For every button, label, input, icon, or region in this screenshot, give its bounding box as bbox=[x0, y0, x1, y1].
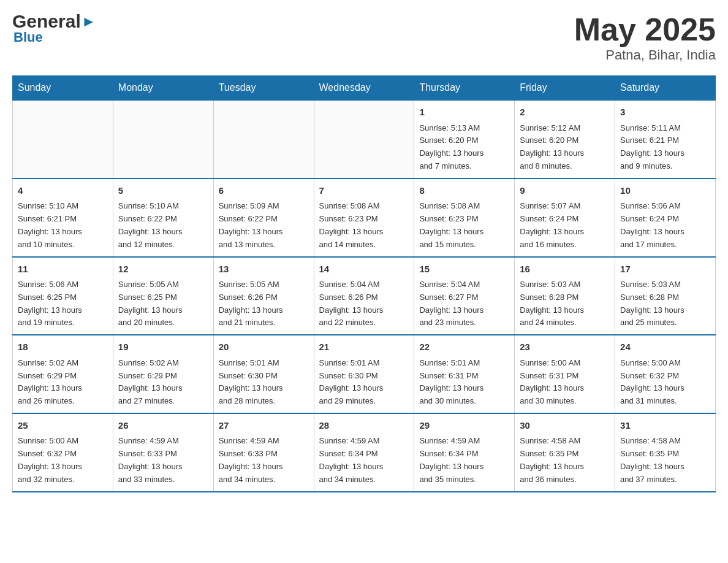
col-sunday: Sunday bbox=[13, 76, 113, 101]
table-row: 17Sunrise: 5:03 AMSunset: 6:28 PMDayligh… bbox=[615, 257, 716, 335]
table-row: 14Sunrise: 5:04 AMSunset: 6:26 PMDayligh… bbox=[314, 257, 414, 335]
day-number: 12 bbox=[118, 262, 208, 277]
day-number: 21 bbox=[319, 340, 409, 354]
day-number: 14 bbox=[319, 262, 409, 277]
day-info: Sunrise: 5:01 AMSunset: 6:31 PMDaylight:… bbox=[419, 357, 509, 408]
day-number: 6 bbox=[219, 184, 309, 198]
col-wednesday: Wednesday bbox=[314, 76, 414, 101]
day-info: Sunrise: 5:11 AMSunset: 6:21 PMDaylight:… bbox=[620, 122, 710, 173]
col-saturday: Saturday bbox=[615, 76, 716, 101]
table-row: 28Sunrise: 4:59 AMSunset: 6:34 PMDayligh… bbox=[314, 413, 414, 492]
logo-blue-text: Blue bbox=[13, 29, 96, 45]
day-number: 11 bbox=[18, 262, 108, 277]
day-number: 5 bbox=[118, 184, 208, 198]
table-row: 18Sunrise: 5:02 AMSunset: 6:29 PMDayligh… bbox=[13, 335, 113, 413]
calendar-header-row: Sunday Monday Tuesday Wednesday Thursday… bbox=[13, 76, 716, 101]
day-number: 15 bbox=[419, 262, 509, 277]
table-row: 4Sunrise: 5:10 AMSunset: 6:21 PMDaylight… bbox=[13, 178, 113, 257]
logo-arrow-icon: ► bbox=[82, 14, 96, 29]
day-info: Sunrise: 5:06 AMSunset: 6:25 PMDaylight:… bbox=[18, 278, 108, 329]
title-block: May 2025 Patna, Bihar, India bbox=[574, 12, 716, 63]
day-number: 27 bbox=[219, 419, 309, 433]
day-number: 13 bbox=[219, 262, 309, 277]
day-number: 19 bbox=[118, 340, 208, 354]
calendar-subtitle: Patna, Bihar, India bbox=[574, 47, 716, 63]
day-number: 8 bbox=[419, 184, 509, 198]
day-number: 23 bbox=[520, 340, 610, 354]
day-info: Sunrise: 5:03 AMSunset: 6:28 PMDaylight:… bbox=[620, 278, 710, 329]
day-number: 1 bbox=[419, 105, 509, 120]
table-row: 3Sunrise: 5:11 AMSunset: 6:21 PMDaylight… bbox=[615, 100, 716, 178]
day-number: 20 bbox=[219, 340, 309, 354]
calendar-week-row: 11Sunrise: 5:06 AMSunset: 6:25 PMDayligh… bbox=[13, 257, 716, 335]
day-info: Sunrise: 5:05 AMSunset: 6:26 PMDaylight:… bbox=[219, 278, 309, 329]
col-tuesday: Tuesday bbox=[213, 76, 314, 101]
table-row bbox=[314, 100, 414, 178]
table-row: 15Sunrise: 5:04 AMSunset: 6:27 PMDayligh… bbox=[414, 257, 515, 335]
table-row: 12Sunrise: 5:05 AMSunset: 6:25 PMDayligh… bbox=[113, 257, 213, 335]
table-row: 10Sunrise: 5:06 AMSunset: 6:24 PMDayligh… bbox=[615, 178, 716, 257]
calendar-week-row: 25Sunrise: 5:00 AMSunset: 6:32 PMDayligh… bbox=[13, 413, 716, 492]
day-info: Sunrise: 5:06 AMSunset: 6:24 PMDaylight:… bbox=[620, 200, 710, 251]
day-number: 24 bbox=[620, 340, 710, 354]
table-row: 26Sunrise: 4:59 AMSunset: 6:33 PMDayligh… bbox=[113, 413, 213, 492]
day-info: Sunrise: 5:02 AMSunset: 6:29 PMDaylight:… bbox=[18, 357, 108, 408]
col-monday: Monday bbox=[113, 76, 213, 101]
day-info: Sunrise: 5:00 AMSunset: 6:32 PMDaylight:… bbox=[18, 435, 108, 486]
day-number: 26 bbox=[118, 419, 208, 433]
day-info: Sunrise: 5:08 AMSunset: 6:23 PMDaylight:… bbox=[419, 200, 509, 251]
day-info: Sunrise: 5:04 AMSunset: 6:27 PMDaylight:… bbox=[419, 278, 509, 329]
day-number: 25 bbox=[18, 419, 108, 433]
table-row: 27Sunrise: 4:59 AMSunset: 6:33 PMDayligh… bbox=[213, 413, 314, 492]
day-number: 4 bbox=[18, 184, 108, 198]
day-info: Sunrise: 5:03 AMSunset: 6:28 PMDaylight:… bbox=[520, 278, 610, 329]
day-info: Sunrise: 4:59 AMSunset: 6:34 PMDaylight:… bbox=[419, 435, 509, 486]
table-row: 7Sunrise: 5:08 AMSunset: 6:23 PMDaylight… bbox=[314, 178, 414, 257]
table-row bbox=[13, 100, 113, 178]
col-friday: Friday bbox=[515, 76, 615, 101]
table-row: 23Sunrise: 5:00 AMSunset: 6:31 PMDayligh… bbox=[515, 335, 615, 413]
table-row: 8Sunrise: 5:08 AMSunset: 6:23 PMDaylight… bbox=[414, 178, 515, 257]
col-thursday: Thursday bbox=[414, 76, 515, 101]
day-info: Sunrise: 4:59 AMSunset: 6:33 PMDaylight:… bbox=[118, 435, 208, 486]
table-row bbox=[113, 100, 213, 178]
day-info: Sunrise: 4:58 AMSunset: 6:35 PMDaylight:… bbox=[620, 435, 710, 486]
table-row: 5Sunrise: 5:10 AMSunset: 6:22 PMDaylight… bbox=[113, 178, 213, 257]
table-row bbox=[213, 100, 314, 178]
logo-general-text: General► bbox=[12, 12, 96, 31]
table-row: 24Sunrise: 5:00 AMSunset: 6:32 PMDayligh… bbox=[615, 335, 716, 413]
day-number: 30 bbox=[520, 419, 610, 433]
calendar-week-row: 4Sunrise: 5:10 AMSunset: 6:21 PMDaylight… bbox=[13, 178, 716, 257]
calendar-week-row: 1Sunrise: 5:13 AMSunset: 6:20 PMDaylight… bbox=[13, 100, 716, 178]
day-info: Sunrise: 5:02 AMSunset: 6:29 PMDaylight:… bbox=[118, 357, 208, 408]
table-row: 25Sunrise: 5:00 AMSunset: 6:32 PMDayligh… bbox=[13, 413, 113, 492]
day-info: Sunrise: 5:12 AMSunset: 6:20 PMDaylight:… bbox=[520, 122, 610, 173]
table-row: 29Sunrise: 4:59 AMSunset: 6:34 PMDayligh… bbox=[414, 413, 515, 492]
day-info: Sunrise: 5:05 AMSunset: 6:25 PMDaylight:… bbox=[118, 278, 208, 329]
day-info: Sunrise: 5:10 AMSunset: 6:21 PMDaylight:… bbox=[18, 200, 108, 251]
table-row: 31Sunrise: 4:58 AMSunset: 6:35 PMDayligh… bbox=[615, 413, 716, 492]
logo: General► Blue bbox=[12, 12, 96, 45]
day-number: 17 bbox=[620, 262, 710, 277]
day-number: 7 bbox=[319, 184, 409, 198]
calendar-title: May 2025 bbox=[574, 12, 716, 47]
day-info: Sunrise: 5:01 AMSunset: 6:30 PMDaylight:… bbox=[319, 357, 409, 408]
day-number: 22 bbox=[419, 340, 509, 354]
day-info: Sunrise: 4:59 AMSunset: 6:33 PMDaylight:… bbox=[219, 435, 309, 486]
table-row: 21Sunrise: 5:01 AMSunset: 6:30 PMDayligh… bbox=[314, 335, 414, 413]
table-row: 19Sunrise: 5:02 AMSunset: 6:29 PMDayligh… bbox=[113, 335, 213, 413]
day-number: 31 bbox=[620, 419, 710, 433]
day-number: 10 bbox=[620, 184, 710, 198]
table-row: 16Sunrise: 5:03 AMSunset: 6:28 PMDayligh… bbox=[515, 257, 615, 335]
table-row: 13Sunrise: 5:05 AMSunset: 6:26 PMDayligh… bbox=[213, 257, 314, 335]
day-info: Sunrise: 5:04 AMSunset: 6:26 PMDaylight:… bbox=[319, 278, 409, 329]
day-number: 18 bbox=[18, 340, 108, 354]
day-number: 28 bbox=[319, 419, 409, 433]
day-number: 16 bbox=[520, 262, 610, 277]
day-info: Sunrise: 4:59 AMSunset: 6:34 PMDaylight:… bbox=[319, 435, 409, 486]
table-row: 9Sunrise: 5:07 AMSunset: 6:24 PMDaylight… bbox=[515, 178, 615, 257]
calendar-week-row: 18Sunrise: 5:02 AMSunset: 6:29 PMDayligh… bbox=[13, 335, 716, 413]
table-row: 6Sunrise: 5:09 AMSunset: 6:22 PMDaylight… bbox=[213, 178, 314, 257]
day-info: Sunrise: 5:13 AMSunset: 6:20 PMDaylight:… bbox=[419, 122, 509, 173]
table-row: 11Sunrise: 5:06 AMSunset: 6:25 PMDayligh… bbox=[13, 257, 113, 335]
